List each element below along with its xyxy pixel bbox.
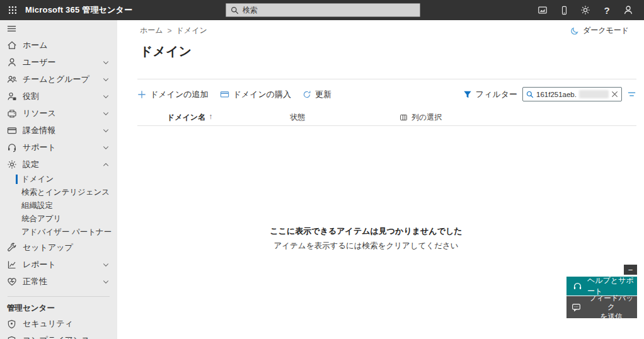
wrench-icon: [7, 243, 17, 253]
sidebar-item-setup[interactable]: セットアップ: [0, 239, 117, 256]
sidebar-item-compliance[interactable]: コンプライアンス: [0, 332, 117, 339]
breadcrumb: ホーム > ドメイン ダークモード: [140, 25, 629, 36]
gear-icon: [7, 159, 17, 170]
chevron-down-icon: [102, 144, 110, 151]
send-feedback-button[interactable]: フィードバックを送信: [566, 296, 637, 318]
credit-card-icon: [220, 89, 229, 99]
sidebar-subitem-org-settings[interactable]: 組織設定: [0, 199, 117, 212]
left-navigation: ホーム ユーザー チームとグループ: [0, 20, 117, 339]
sidebar-item-resources[interactable]: リソース: [0, 105, 117, 122]
moon-icon: [570, 26, 579, 35]
filter-funnel-icon: [463, 90, 472, 99]
sidebar-item-teams-groups[interactable]: チームとグループ: [0, 71, 117, 88]
choose-columns-icon: [400, 113, 408, 122]
breadcrumb-home-link[interactable]: ホーム: [140, 25, 163, 36]
global-search-input[interactable]: 検索: [226, 3, 420, 17]
column-header-domain-name[interactable]: ドメイン名 ↑: [167, 112, 212, 123]
empty-state: ここに表示できるアイテムは見つかりませんでした アイテムを表示するには検索をクリ…: [117, 226, 615, 251]
floating-help-panel: − ヘルプとサポート: [566, 277, 637, 318]
user-icon: [7, 57, 17, 67]
chevron-down-icon: [102, 127, 110, 134]
credit-card-icon: [7, 125, 17, 135]
top-app-bar: Microsoft 365 管理センター 検索: [0, 0, 644, 20]
nav-collapse-hamburger-icon[interactable]: [0, 20, 117, 37]
command-toolbar: ドメインの追加 ドメインの購入 更新: [137, 79, 636, 104]
home-icon: [7, 40, 17, 50]
sidebar-item-billing[interactable]: 課金情報: [0, 122, 117, 139]
sidebar-item-reports[interactable]: レポート: [0, 256, 117, 273]
sidebar-item-health[interactable]: 正常性: [0, 273, 117, 290]
chat-bubble-icon: [572, 302, 581, 312]
mobile-icon[interactable]: [553, 0, 575, 20]
headset-icon: [573, 282, 582, 291]
people-icon: [7, 74, 17, 84]
sidebar-subitem-partner-relationships[interactable]: アドバイザー パートナー: [0, 226, 117, 239]
sort-ascending-icon: ↑: [209, 112, 212, 123]
headset-icon: [7, 142, 17, 152]
help-support-button[interactable]: ヘルプとサポート: [566, 277, 637, 296]
list-search-input[interactable]: 161f251aeb.: [522, 87, 622, 101]
resources-icon: [7, 108, 17, 118]
topbar-actions: ?: [532, 0, 639, 20]
chevron-down-icon: [102, 261, 110, 268]
sidebar-divider: [8, 296, 110, 297]
chevron-down-icon: [102, 93, 110, 100]
page-title: ドメイン: [140, 43, 192, 60]
empty-state-title: ここに表示できるアイテムは見つかりませんでした: [117, 226, 615, 237]
clear-search-icon[interactable]: [611, 91, 618, 98]
minimize-help-button[interactable]: −: [624, 265, 637, 275]
refresh-icon: [302, 90, 311, 99]
m365-admin-center: Microsoft 365 管理センター 検索: [0, 0, 644, 339]
main-content: ホーム > ドメイン ダークモード ドメイン ドメインの追加: [117, 20, 644, 339]
media-icon[interactable]: [532, 0, 553, 20]
column-header-status[interactable]: 状態: [290, 112, 305, 123]
sidebar-item-security[interactable]: セキュリティ: [0, 316, 117, 332]
app-title[interactable]: Microsoft 365 管理センター: [25, 4, 132, 16]
help-icon[interactable]: ?: [596, 0, 618, 20]
breadcrumb-separator: >: [168, 26, 172, 35]
sidebar-item-home[interactable]: ホーム: [0, 37, 117, 54]
table-header-row: ドメイン名 ↑ 状態 列の選択: [137, 111, 636, 126]
sidebar-item-users[interactable]: ユーザー: [0, 54, 117, 71]
account-person-icon[interactable]: [618, 0, 639, 20]
chevron-up-icon: [102, 161, 110, 168]
plus-icon: [137, 90, 146, 99]
add-domain-button[interactable]: ドメインの追加: [137, 89, 209, 100]
chevron-down-icon: [102, 76, 110, 83]
sidebar-item-settings[interactable]: 設定: [0, 156, 117, 173]
empty-state-subtitle: アイテムを表示するには検索をクリアしてください: [117, 241, 615, 251]
person-badge-icon: [7, 91, 17, 101]
chevron-down-icon: [102, 110, 110, 117]
search-icon: [231, 6, 239, 14]
filter-button[interactable]: フィルター: [463, 89, 517, 100]
line-chart-icon: [7, 260, 17, 270]
settings-gear-icon[interactable]: [575, 0, 596, 20]
sidebar-subitem-integrated-apps[interactable]: 統合アプリ: [0, 212, 117, 226]
dark-mode-toggle[interactable]: ダークモード: [570, 25, 629, 36]
heart-pulse-icon: [7, 277, 17, 287]
chevron-down-icon: [102, 59, 110, 66]
filter-lines-icon[interactable]: [627, 89, 636, 99]
app-launcher-waffle-icon[interactable]: [0, 0, 25, 20]
sidebar-subitem-domains[interactable]: ドメイン: [0, 173, 117, 186]
buy-domain-button[interactable]: ドメインの購入: [220, 89, 292, 100]
sidebar-section-admin-centers: 管理センター: [0, 301, 117, 316]
global-search-placeholder: 検索: [243, 5, 258, 16]
breadcrumb-current: ドメイン: [176, 25, 207, 36]
refresh-button[interactable]: 更新: [302, 89, 331, 100]
chevron-down-icon: [102, 278, 110, 285]
shield-icon: [7, 319, 16, 329]
sidebar-item-support[interactable]: サポート: [0, 139, 117, 156]
sidebar-item-roles[interactable]: 役割: [0, 88, 117, 105]
search-icon: [526, 91, 534, 98]
shield-icon: [7, 336, 16, 339]
search-value: 161f251aeb.: [536, 91, 577, 98]
redacted-text: [579, 90, 609, 98]
sidebar-subitem-search-intelligence[interactable]: 検索とインテリジェンス: [0, 186, 117, 199]
filter-zone: フィルター 161f251aeb.: [463, 87, 636, 101]
choose-columns-button[interactable]: 列の選択: [400, 112, 442, 123]
